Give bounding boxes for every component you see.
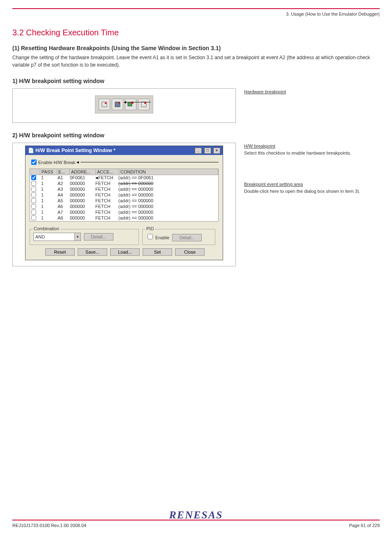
callout-eventarea-label: Breakpoint event setting area [244,182,303,187]
table-row[interactable]: 1A5000000FETCH(addr) == 000000 [30,198,218,204]
reset-button[interactable]: Reset [45,248,75,256]
callout-toolbar-label: Hardware breakpoint [244,89,286,94]
substep-2-title: 2) H/W breakpoint setting window [12,132,392,139]
footer-docid: REJ10J1733-0100 Rev.1.00 2008.04 [12,523,86,528]
enable-hw-break-checkbox[interactable] [31,160,37,165]
row-checkbox[interactable] [31,215,36,220]
combination-detail-button[interactable]: Detail... [84,233,113,240]
svg-point-7 [144,102,146,104]
col-pass: PASS [40,169,57,175]
row-checkbox[interactable] [31,204,36,209]
callout-hwbreak-text: Select this checkbox to enable hardware … [244,150,351,155]
close-icon[interactable]: × [213,148,220,154]
header-section-path: 3. Usage (How to Use the Emulator Debugg… [0,12,380,16]
callout-hwbreak-label: H/W breakpoint [244,143,275,148]
hw-break-window: 📄 H/W Break Point Setting Window * _ □ ×… [25,146,223,260]
row-checkbox[interactable] [31,187,36,192]
table-row[interactable]: 1A7000000FETCH(addr) == 000000 [30,210,218,215]
row-checkbox[interactable] [31,198,36,203]
set-button[interactable]: Set [143,248,172,256]
table-row[interactable]: 1A3000000FETCH(addr) == 000000 [30,187,218,192]
save-button[interactable]: Save... [78,248,107,256]
toolbar-hw-break-icon[interactable] [125,99,136,110]
row-checkbox[interactable] [31,181,36,186]
col-e: E... [57,169,70,175]
toolbar-btn-1[interactable] [99,99,110,110]
table-row[interactable]: 1A8000000FETCH(addr) == 000000 [30,215,218,221]
svg-point-1 [105,102,106,104]
pid-enable-checkbox[interactable] [148,234,153,239]
section-title: 3.2 Checking Execution Time [12,28,392,37]
close-button[interactable]: Close [175,248,205,256]
table-row[interactable]: 1A6000000FETCH(addr) == 000000 [30,204,218,210]
callout-eventarea-text: Double-click here to open the dialog box… [244,189,360,194]
pid-group-label: PID [145,226,155,231]
table-row[interactable]: 1A2000000FETCH(addr) == 000000 [30,181,218,187]
toolbar-btn-4[interactable] [138,99,150,110]
col-cond: CONDITION [119,169,218,175]
load-button[interactable]: Load... [110,248,140,256]
window-title: H/W Break Point Setting Window * [35,148,115,153]
row-checkbox[interactable] [31,210,36,215]
combination-group-label: Combination [32,226,60,231]
step-text: Change the setting of the hardware break… [12,54,380,69]
table-row[interactable]: 1A10F0061FETCH(addr) == 0F0061 [30,175,218,181]
col-addr: ADDRE... [70,169,96,175]
row-checkbox[interactable] [31,175,36,180]
pid-detail-button[interactable]: Detail... [172,234,202,241]
enable-hw-break-label: Enable H/W Break [38,160,75,165]
window-titlebar: 📄 H/W Break Point Setting Window * _ □ × [25,146,223,155]
footer-pagenum: Page 61 of 229 [349,523,380,528]
toolbar-btn-2[interactable] [112,99,123,110]
minimize-icon[interactable]: _ [195,148,202,154]
app-icon: 📄 [28,148,34,153]
arrow-icon [76,161,79,164]
window-controls: _ □ × [194,147,220,154]
maximize-icon[interactable]: □ [204,148,211,154]
breakpoint-table: PASS E... ADDRE... ACCE... CONDITION 1A1… [30,169,219,222]
substep-1-title: 1) H/W breakpoint setting window [12,78,392,84]
pid-enable-label: Enable [155,235,169,240]
col-acc: ACCE... [96,169,119,175]
toolbar [95,95,153,113]
svg-point-3 [118,102,120,104]
combination-select[interactable]: AND [33,233,81,241]
step-heading: (1) Resetting Hardware Breakpoints (Usin… [12,45,392,51]
table-row[interactable]: 1A4000000FETCH(addr) == 000000 [30,192,218,198]
row-checkbox[interactable] [31,192,36,197]
